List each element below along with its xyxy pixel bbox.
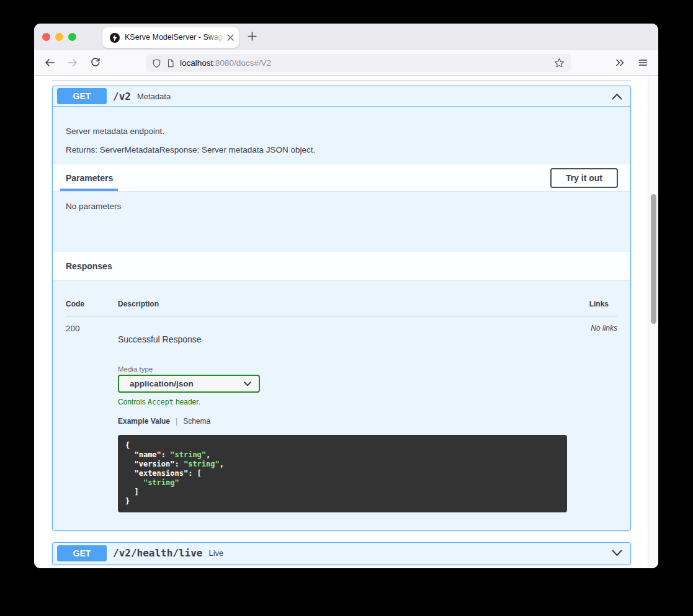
accept-note-code: Accept: [148, 398, 174, 406]
traffic-lights: [42, 33, 76, 41]
table-head-divider: [66, 316, 617, 316]
tab-title-wrap: KServe ModelServer - Swagger UI: [125, 33, 225, 43]
page-info-icon[interactable]: [166, 58, 175, 68]
opblock-get-live-header[interactable]: GET /v2/health/live Live: [53, 543, 630, 563]
column-header-code: Code: [66, 300, 118, 308]
accept-note-prefix: Controls: [118, 398, 148, 406]
column-header-description: Description: [118, 300, 589, 308]
navigation-toolbar: localhost:8080/docs#/V2: [34, 50, 658, 76]
tab-bar: KServe ModelServer - Swagger UI: [34, 24, 658, 50]
media-type-label: Media type: [118, 365, 591, 373]
url-path: :8080/docs#/V2: [213, 58, 271, 68]
responses-header-bar: Responses: [53, 252, 630, 280]
forward-icon[interactable]: [67, 58, 78, 68]
minimize-window-button[interactable]: [55, 33, 63, 41]
url-host: localhost: [180, 58, 213, 68]
reload-icon[interactable]: [90, 57, 101, 68]
back-icon[interactable]: [44, 58, 55, 68]
endpoint-summary: Metadata: [137, 92, 171, 101]
scrollbar-track[interactable]: [648, 76, 658, 568]
example-code: { "name": "string", "version": "string",…: [118, 435, 567, 512]
section-divider: [52, 80, 631, 81]
tabs-separator: |: [176, 417, 177, 426]
select-chevron-down-icon: [244, 382, 251, 386]
new-tab-icon[interactable]: [247, 31, 257, 42]
tab-close-icon[interactable]: [227, 34, 234, 41]
tab-example-value[interactable]: Example Value: [118, 417, 170, 426]
description-line: Returns: ServerMetadataResponse: Server …: [66, 145, 617, 154]
responses-table-head: Code Description Links: [66, 300, 617, 308]
scrollbar-thumb[interactable]: [651, 194, 656, 324]
swagger-page-content: GET /v2 Metadata Server metadata endpoin…: [34, 76, 658, 568]
column-header-links: Links: [589, 300, 617, 308]
media-type-select[interactable]: application/json: [118, 375, 260, 393]
accept-header-note: Controls Accept header.: [118, 398, 591, 406]
endpoint-description: Server metadata endpoint. Returns: Serve…: [53, 107, 630, 154]
opblock-get-v2: GET /v2 Metadata Server metadata endpoin…: [52, 86, 631, 531]
opblock-get-v2-health-live: GET /v2/health/live Live: [52, 542, 631, 565]
fastapi-favicon-icon: [110, 33, 120, 43]
media-type-selected-value: application/json: [130, 379, 194, 388]
shield-icon[interactable]: [152, 58, 161, 68]
tab-schema[interactable]: Schema: [183, 417, 210, 426]
close-window-button[interactable]: [42, 33, 50, 41]
tab-title: KServe ModelServer - Swagger UI: [125, 33, 225, 42]
endpoint-path: /v2/health/live: [113, 547, 203, 559]
tab-parameters[interactable]: Parameters: [66, 164, 113, 191]
toolbar-overflow-icon[interactable]: [615, 58, 625, 68]
collapse-chevron-up-icon[interactable]: [611, 92, 623, 100]
try-it-out-button[interactable]: Try it out: [550, 168, 618, 188]
browser-window: KServe ModelServer - Swagger UI: [34, 24, 658, 568]
url-bar[interactable]: localhost:8080/docs#/V2: [146, 54, 571, 72]
response-code: 200: [66, 324, 118, 512]
responses-table: Code Description Links 200 Successful Re…: [53, 280, 630, 512]
get-method-badge: GET: [57, 88, 107, 104]
description-line: Server metadata endpoint.: [66, 127, 617, 136]
expand-chevron-down-icon[interactable]: [611, 549, 623, 557]
menu-hamburger-icon[interactable]: [638, 58, 648, 68]
browser-tab[interactable]: KServe ModelServer - Swagger UI: [102, 27, 239, 48]
get-method-badge: GET: [57, 545, 107, 561]
url-text[interactable]: localhost:8080/docs#/V2: [180, 58, 271, 68]
no-parameters-text: No parameters: [53, 191, 630, 252]
response-links: No links: [591, 324, 617, 512]
response-description-cell: Successful Response Media type applicati…: [118, 324, 591, 512]
response-description: Successful Response: [118, 324, 591, 344]
example-schema-tabs: Example Value | Schema: [118, 417, 591, 426]
parameters-header-bar: Parameters Try it out: [53, 164, 630, 191]
responses-title: Responses: [66, 261, 112, 271]
opblock-get-v2-header[interactable]: GET /v2 Metadata: [53, 86, 630, 107]
accept-note-suffix: header.: [174, 398, 200, 406]
response-row-200: 200 Successful Response Media type appli…: [66, 324, 617, 512]
endpoint-path: /v2: [113, 91, 131, 102]
bookmark-star-icon[interactable]: [554, 58, 565, 68]
zoom-window-button[interactable]: [68, 33, 76, 41]
endpoint-summary: Live: [209, 548, 224, 558]
parameters-tab-underline: [60, 189, 118, 191]
